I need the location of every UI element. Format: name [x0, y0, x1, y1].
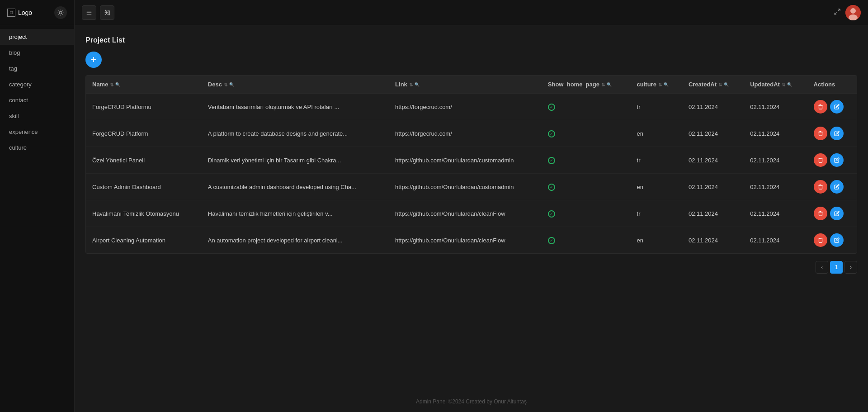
svg-line-3	[58, 10, 59, 11]
cell-link: https://github.com/Onurlulardan/customad…	[389, 147, 542, 174]
delete-button[interactable]	[814, 180, 827, 194]
cell-actions	[807, 200, 857, 227]
search-icon-desc[interactable]: 🔍	[229, 82, 234, 87]
delete-button[interactable]	[814, 207, 827, 220]
cell-culture: tr	[631, 147, 682, 174]
cell-link: https://forgecrud.com/	[389, 120, 542, 147]
sort-icon-show_home_page[interactable]: ⇅	[601, 82, 605, 87]
cell-created-at: 02.11.2024	[682, 227, 744, 254]
pagination-next[interactable]: ›	[844, 261, 857, 274]
col-header-createdat: CreatedAt⇅🔍	[682, 76, 744, 94]
cell-name: Custom Admin Dashboard	[86, 174, 202, 200]
sidebar-item-experience[interactable]: experience	[0, 124, 74, 140]
edit-button[interactable]	[830, 100, 844, 114]
cell-updated-at: 02.11.2024	[744, 147, 807, 174]
sidebar-item-contact[interactable]: contact	[0, 92, 74, 108]
edit-button[interactable]	[830, 153, 844, 167]
cell-desc: A platform to create database designs an…	[202, 120, 389, 147]
cell-link: https://github.com/Onurlulardan/customad…	[389, 174, 542, 200]
menu-toggle-button[interactable]	[82, 5, 96, 20]
cell-show-home	[542, 227, 631, 254]
page-title: Project List	[85, 36, 857, 44]
search-icon-updatedat[interactable]: 🔍	[787, 82, 792, 87]
cell-actions	[807, 94, 857, 120]
sort-icon-createdat[interactable]: ⇅	[718, 82, 722, 87]
edit-button[interactable]	[830, 233, 844, 247]
sidebar-logo-area: □ Logo	[0, 0, 74, 25]
projects-table-wrapper: Name⇅🔍Desc⇅🔍Link⇅🔍Show_home_page⇅🔍cultur…	[85, 75, 857, 254]
action-buttons	[814, 153, 850, 167]
search-icon-show_home_page[interactable]: 🔍	[607, 82, 612, 87]
delete-button[interactable]	[814, 233, 827, 247]
status-indicator	[548, 237, 555, 244]
search-icon-culture[interactable]: 🔍	[664, 82, 669, 87]
delete-button[interactable]	[814, 153, 827, 167]
cell-link: https://github.com/Onurlulardan/cleanFlo…	[389, 200, 542, 227]
sort-icon-desc[interactable]: ⇅	[224, 82, 227, 87]
search-icon-name[interactable]: 🔍	[115, 82, 120, 87]
status-indicator	[548, 210, 555, 218]
sidebar-item-culture[interactable]: culture	[0, 140, 74, 156]
cell-show-home	[542, 200, 631, 227]
table-body: ForgeCRUD PlatformuVeritabanı tasarımlar…	[86, 94, 857, 254]
cell-created-at: 02.11.2024	[682, 120, 744, 147]
cell-actions	[807, 174, 857, 200]
table-row: Havalimanı Temizlik OtomasyonuHavalimanı…	[86, 200, 857, 227]
cell-desc: Dinamik veri yönetimi için bir Tasarım g…	[202, 147, 389, 174]
cell-culture: tr	[631, 200, 682, 227]
sidebar-item-skill[interactable]: skill	[0, 108, 74, 124]
svg-point-0	[59, 11, 62, 14]
cell-desc: An automation project developed for airp…	[202, 227, 389, 254]
sort-icon-name[interactable]: ⇅	[110, 82, 113, 87]
cell-created-at: 02.11.2024	[682, 174, 744, 200]
cell-show-home	[542, 120, 631, 147]
cell-name: ForgeCRUD Platform	[86, 120, 202, 147]
status-indicator	[548, 184, 555, 191]
col-header-updatedat: UpdatedAt⇅🔍	[744, 76, 807, 94]
sidebar-item-project[interactable]: project	[0, 29, 74, 45]
pagination-page-1[interactable]: 1	[830, 261, 843, 274]
cell-created-at: 02.11.2024	[682, 94, 744, 120]
cell-updated-at: 02.11.2024	[744, 200, 807, 227]
delete-button[interactable]	[814, 127, 827, 140]
sidebar-item-blog[interactable]: blog	[0, 45, 74, 61]
pagination-prev[interactable]: ‹	[816, 261, 828, 274]
theme-toggle-button[interactable]	[54, 6, 67, 19]
sort-icon-updatedat[interactable]: ⇅	[782, 82, 785, 87]
cell-culture: en	[631, 227, 682, 254]
projects-table: Name⇅🔍Desc⇅🔍Link⇅🔍Show_home_page⇅🔍cultur…	[86, 76, 857, 253]
cell-actions	[807, 120, 857, 147]
sidebar-item-tag[interactable]: tag	[0, 61, 74, 76]
cell-updated-at: 02.11.2024	[744, 120, 807, 147]
sort-icon-link[interactable]: ⇅	[409, 82, 413, 87]
svg-line-13	[835, 12, 837, 14]
zhi-icon-button[interactable]: 知	[100, 5, 114, 20]
add-project-button[interactable]: +	[85, 52, 102, 68]
status-indicator	[548, 130, 555, 137]
col-header-actions: Actions	[807, 76, 857, 94]
avatar[interactable]	[845, 5, 861, 20]
sidebar-item-category[interactable]: category	[0, 76, 74, 92]
expand-button[interactable]	[834, 8, 841, 17]
sort-icon-culture[interactable]: ⇅	[658, 82, 662, 87]
svg-point-15	[850, 8, 856, 14]
cell-updated-at: 02.11.2024	[744, 174, 807, 200]
edit-button[interactable]	[830, 180, 844, 194]
cell-culture: en	[631, 120, 682, 147]
cell-created-at: 02.11.2024	[682, 147, 744, 174]
col-header-link: Link⇅🔍	[389, 76, 542, 94]
cell-culture: en	[631, 174, 682, 200]
cell-show-home	[542, 94, 631, 120]
table-row: ForgeCRUD PlatformA platform to create d…	[86, 120, 857, 147]
cell-desc: Havalimanı temizlik hizmetleri için geli…	[202, 200, 389, 227]
edit-button[interactable]	[830, 127, 844, 140]
search-icon-createdat[interactable]: 🔍	[724, 82, 729, 87]
edit-button[interactable]	[830, 207, 844, 220]
table-row: Özel Yönetici PaneliDinamik veri yönetim…	[86, 147, 857, 174]
sidebar: □ Logo projectblogtagcategorycontactskil…	[0, 0, 75, 412]
status-indicator	[548, 157, 555, 164]
col-header-desc: Desc⇅🔍	[202, 76, 389, 94]
delete-button[interactable]	[814, 100, 827, 114]
cell-created-at: 02.11.2024	[682, 200, 744, 227]
search-icon-link[interactable]: 🔍	[415, 82, 420, 87]
